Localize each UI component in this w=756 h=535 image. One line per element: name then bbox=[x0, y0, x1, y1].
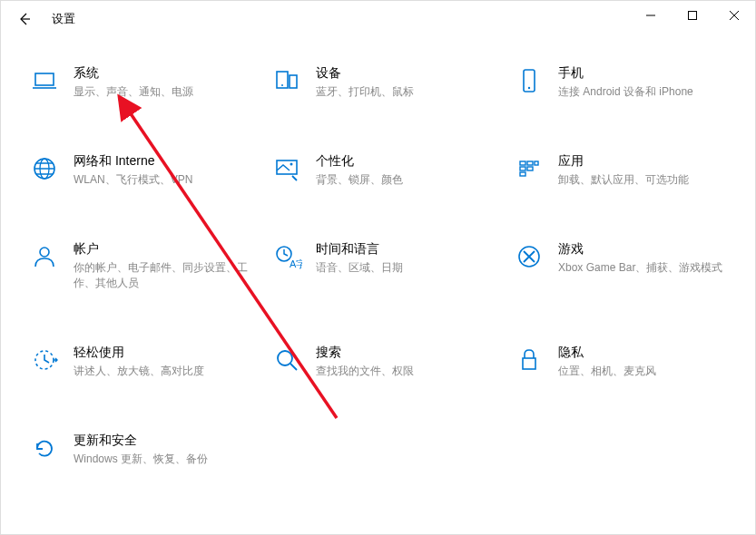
category-text: 个性化 背景、锁屏、颜色 bbox=[316, 152, 495, 188]
category-description: 位置、相机、麦克风 bbox=[558, 364, 737, 379]
category-text: 游戏 Xbox Game Bar、捕获、游戏模式 bbox=[558, 240, 737, 276]
svg-rect-16 bbox=[520, 172, 525, 176]
category-text: 应用 卸载、默认应用、可选功能 bbox=[558, 152, 737, 188]
category-title: 帐户 bbox=[74, 240, 252, 257]
category-title: 设备 bbox=[316, 64, 495, 81]
category-description: 语音、区域、日期 bbox=[316, 260, 495, 276]
category-text: 搜索 查找我的文件、权限 bbox=[316, 344, 495, 379]
category-text: 隐私 位置、相机、麦克风 bbox=[558, 344, 737, 379]
window-controls bbox=[630, 1, 755, 30]
person-icon bbox=[28, 240, 61, 273]
back-icon bbox=[17, 12, 32, 26]
svg-rect-0 bbox=[689, 12, 697, 20]
titlebar: 设置 bbox=[1, 1, 755, 37]
category-search[interactable]: 搜索 查找我的文件、权限 bbox=[270, 344, 495, 379]
category-time[interactable]: A字 时间和语言 语音、区域、日期 bbox=[270, 240, 495, 291]
svg-point-10 bbox=[290, 162, 293, 165]
category-description: Windows 更新、恢复、备份 bbox=[74, 452, 252, 467]
category-title: 应用 bbox=[558, 152, 737, 169]
personalize-icon bbox=[270, 152, 303, 185]
category-text: 时间和语言 语音、区域、日期 bbox=[316, 240, 495, 276]
category-phone[interactable]: 手机 连接 Android 设备和 iPhone bbox=[513, 64, 737, 100]
category-title: 游戏 bbox=[558, 240, 737, 257]
time-lang-icon: A字 bbox=[270, 240, 303, 273]
minimize-button[interactable] bbox=[630, 1, 672, 30]
window-title: 设置 bbox=[52, 11, 75, 27]
settings-categories: 系统 显示、声音、通知、电源 设备 蓝牙、打印机、鼠标 手机 连接 Androi… bbox=[1, 37, 755, 485]
svg-point-22 bbox=[278, 351, 292, 365]
svg-point-17 bbox=[40, 248, 49, 257]
maximize-button[interactable] bbox=[672, 1, 713, 30]
lock-icon bbox=[513, 344, 545, 376]
category-text: 轻松使用 讲述人、放大镜、高对比度 bbox=[74, 344, 252, 379]
apps-icon bbox=[513, 152, 545, 185]
category-description: 查找我的文件、权限 bbox=[316, 364, 495, 379]
svg-rect-11 bbox=[520, 161, 525, 165]
category-network[interactable]: 网络和 Interne WLAN、飞行模式、VPN bbox=[28, 152, 252, 188]
gaming-icon bbox=[513, 240, 545, 273]
maximize-icon bbox=[688, 11, 697, 20]
svg-rect-1 bbox=[35, 73, 54, 85]
svg-rect-14 bbox=[520, 167, 525, 170]
category-apps[interactable]: 应用 卸载、默认应用、可选功能 bbox=[513, 152, 737, 188]
category-description: WLAN、飞行模式、VPN bbox=[74, 172, 252, 188]
update-icon bbox=[28, 432, 61, 464]
svg-rect-13 bbox=[535, 161, 538, 165]
svg-point-4 bbox=[281, 84, 283, 86]
category-description: 背景、锁屏、颜色 bbox=[316, 172, 495, 188]
category-text: 手机 连接 Android 设备和 iPhone bbox=[558, 64, 737, 100]
category-description: 讲述人、放大镜、高对比度 bbox=[74, 364, 252, 379]
category-title: 个性化 bbox=[316, 152, 495, 169]
devices-icon bbox=[270, 64, 303, 97]
category-update[interactable]: 更新和安全 Windows 更新、恢复、备份 bbox=[28, 432, 252, 467]
category-description: 你的帐户、电子邮件、同步设置、工作、其他人员 bbox=[74, 260, 252, 291]
svg-text:A字: A字 bbox=[290, 258, 302, 269]
category-title: 轻松使用 bbox=[74, 344, 252, 360]
category-title: 手机 bbox=[558, 64, 737, 81]
minimize-icon bbox=[646, 11, 655, 20]
category-title: 网络和 Interne bbox=[74, 152, 252, 169]
svg-rect-23 bbox=[523, 358, 535, 369]
category-title: 隐私 bbox=[558, 344, 737, 360]
category-text: 系统 显示、声音、通知、电源 bbox=[74, 64, 252, 100]
category-system[interactable]: 系统 显示、声音、通知、电源 bbox=[28, 64, 252, 100]
category-title: 搜索 bbox=[316, 344, 495, 360]
category-description: 卸载、默认应用、可选功能 bbox=[558, 172, 737, 188]
close-button[interactable] bbox=[713, 1, 755, 30]
close-icon bbox=[730, 11, 739, 20]
settings-window: 设置 系统 显示、声音、通知、电源 设备 蓝牙、打印机、鼠标 手机 连接 A bbox=[0, 0, 756, 535]
laptop-icon bbox=[28, 64, 61, 97]
category-description: 显示、声音、通知、电源 bbox=[74, 84, 252, 100]
category-accounts[interactable]: 帐户 你的帐户、电子邮件、同步设置、工作、其他人员 bbox=[28, 240, 252, 291]
category-description: 蓝牙、打印机、鼠标 bbox=[316, 84, 495, 100]
svg-rect-15 bbox=[527, 167, 533, 170]
category-privacy[interactable]: 隐私 位置、相机、麦克风 bbox=[513, 344, 737, 379]
category-description: 连接 Android 设备和 iPhone bbox=[558, 84, 737, 100]
category-text: 设备 蓝牙、打印机、鼠标 bbox=[316, 64, 495, 100]
category-gaming[interactable]: 游戏 Xbox Game Bar、捕获、游戏模式 bbox=[513, 240, 737, 291]
category-ease[interactable]: 轻松使用 讲述人、放大镜、高对比度 bbox=[28, 344, 252, 379]
svg-rect-3 bbox=[290, 75, 297, 88]
category-description: Xbox Game Bar、捕获、游戏模式 bbox=[558, 260, 737, 276]
category-text: 网络和 Interne WLAN、飞行模式、VPN bbox=[74, 152, 252, 188]
category-title: 时间和语言 bbox=[316, 240, 495, 257]
category-text: 更新和安全 Windows 更新、恢复、备份 bbox=[74, 432, 252, 467]
globe-icon bbox=[28, 152, 61, 185]
search-icon bbox=[270, 344, 303, 376]
category-devices[interactable]: 设备 蓝牙、打印机、鼠标 bbox=[270, 64, 495, 100]
svg-point-6 bbox=[528, 87, 530, 89]
ease-icon bbox=[28, 344, 61, 376]
category-title: 更新和安全 bbox=[74, 432, 252, 448]
category-text: 帐户 你的帐户、电子邮件、同步设置、工作、其他人员 bbox=[74, 240, 252, 291]
svg-rect-12 bbox=[527, 161, 533, 165]
phone-icon bbox=[513, 64, 545, 97]
category-personalization[interactable]: 个性化 背景、锁屏、颜色 bbox=[270, 152, 495, 188]
category-title: 系统 bbox=[74, 64, 252, 81]
back-button[interactable] bbox=[8, 3, 41, 35]
